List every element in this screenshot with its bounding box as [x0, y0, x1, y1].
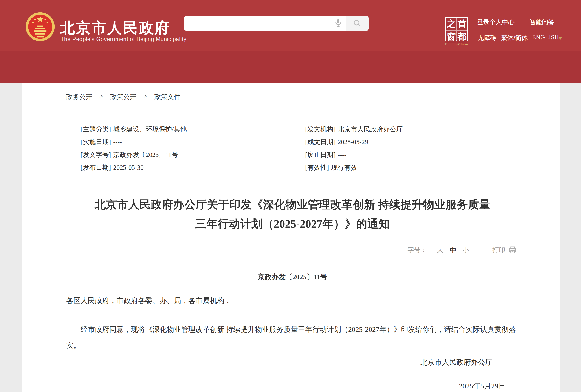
meta-value: 2025-05-30: [113, 164, 144, 171]
meta-row-repeal-date: [废止日期]----: [305, 148, 519, 161]
search-input[interactable]: [184, 16, 346, 30]
document-meta-box: [主题分类]城乡建设、环境保护/其他 [实施日期]---- [发文字号]京政办发…: [66, 108, 519, 183]
font-size-label: 字号：: [408, 246, 427, 254]
breadcrumb-separator: >: [100, 92, 103, 102]
national-emblem-icon: [25, 12, 55, 42]
meta-label: [发文字号]: [80, 151, 111, 158]
breadcrumb-policy-files[interactable]: 政策文件: [154, 92, 180, 102]
meta-row-issuing-org: [发文机构]北京市人民政府办公厅: [305, 123, 519, 136]
voice-search-button[interactable]: [333, 18, 344, 29]
meta-label: [实施日期]: [80, 138, 111, 146]
site-header: 北京市人民政府 The People's Government of Beiji…: [0, 0, 581, 51]
body-paragraph: 经市政府同意，现将《深化物业管理改革创新 持续提升物业服务质量三年行动计划（20…: [66, 322, 519, 354]
signature-date: 2025年5月29日: [459, 381, 506, 391]
breadcrumb-policy-open[interactable]: 政策公开: [110, 92, 136, 102]
meta-label: [成文日期]: [305, 138, 336, 146]
meta-row-doc-number: [发文字号]京政办发〔2025〕11号: [80, 148, 305, 161]
login-link[interactable]: 登录个人中心: [477, 18, 514, 26]
meta-value: 现行有效: [331, 164, 357, 171]
addressee-line: 各区人民政府，市政府各委、办、局，各市属机构：: [66, 296, 232, 306]
signature-organization: 北京市人民政府办公厅: [420, 358, 492, 367]
meta-label: [主题分类]: [80, 126, 111, 133]
document-number: 京政办发〔2025〕11号: [66, 272, 518, 282]
meta-row-validity: [有效性]现行有效: [305, 161, 519, 174]
seal-caption: Beijing-China: [444, 42, 469, 46]
meta-label: [废止日期]: [305, 151, 336, 158]
seal-char: 都: [457, 30, 467, 43]
smart-qa-link[interactable]: 智能问答: [529, 18, 554, 26]
meta-row-implement-date: [实施日期]----: [80, 136, 305, 148]
seal-char: 窗: [446, 30, 456, 43]
meta-value: 京政办发〔2025〕11号: [113, 151, 178, 158]
page-title: 北京市人民政府办公厅关于印发《深化物业管理改革创新 持续提升物业服务质量 三年行…: [66, 195, 518, 234]
search-button[interactable]: [346, 16, 369, 30]
site-title[interactable]: 北京市人民政府: [60, 18, 170, 38]
english-link[interactable]: ENGLISH: [532, 34, 559, 41]
article-controls: 字号： 大 中 小 打印: [408, 246, 517, 254]
meta-label: [发布日期]: [80, 164, 111, 171]
breadcrumb: 政务公开 > 政策公开 > 政策文件: [66, 92, 180, 102]
meta-row-topic: [主题分类]城乡建设、环境保护/其他: [80, 123, 305, 136]
site-subtitle: The People's Government of Beijing Munic…: [60, 36, 186, 42]
magnifier-icon: [352, 18, 362, 28]
english-dropdown-icon[interactable]: [558, 37, 562, 40]
meta-label: [有效性]: [305, 164, 329, 171]
print-label: 打印: [492, 246, 505, 254]
traditional-simplified-toggle[interactable]: 繁体/简体: [501, 34, 528, 42]
accessibility-link[interactable]: 无障碍: [478, 34, 496, 42]
page-title-line1: 北京市人民政府办公厅关于印发《深化物业管理改革创新 持续提升物业服务质量: [66, 195, 518, 214]
main-nav: 要闻动态 政务公开 政务服务 政策兑现 政民互动 人文北京: [0, 51, 581, 82]
meta-value: ----: [338, 151, 346, 158]
font-size-small-button[interactable]: 小: [462, 246, 469, 254]
search-bar: [184, 16, 369, 30]
capital-window-logo[interactable]: 之 首 窗 都: [446, 16, 468, 41]
breadcrumb-gov-open[interactable]: 政务公开: [66, 92, 92, 102]
meta-label: [发文机构]: [305, 126, 336, 133]
meta-value: 2025-05-29: [338, 138, 368, 146]
seal-char: 首: [457, 18, 467, 30]
meta-value: 北京市人民政府办公厅: [338, 126, 403, 133]
font-size-large-button[interactable]: 大: [437, 246, 444, 254]
meta-left-column: [主题分类]城乡建设、环境保护/其他 [实施日期]---- [发文字号]京政办发…: [80, 123, 305, 183]
breadcrumb-separator: >: [144, 92, 147, 102]
printer-icon: [508, 246, 517, 254]
microphone-icon: [333, 18, 343, 28]
meta-right-column: [发文机构]北京市人民政府办公厅 [成文日期]2025-05-29 [废止日期]…: [305, 123, 519, 183]
content-card: 政务公开 > 政策公开 > 政策文件 [主题分类]城乡建设、环境保护/其他 [实…: [22, 82, 560, 392]
seal-char: 之: [446, 18, 456, 30]
meta-row-written-date: [成文日期]2025-05-29: [305, 136, 519, 148]
meta-row-publish-date: [发布日期]2025-05-30: [80, 161, 305, 174]
page-title-line2: 三年行动计划（2025-2027年）》的通知: [66, 214, 518, 234]
font-size-medium-button[interactable]: 中: [450, 246, 456, 254]
meta-value: 城乡建设、环境保护/其他: [113, 126, 186, 133]
print-button[interactable]: 打印: [492, 246, 517, 254]
meta-value: ----: [113, 138, 122, 146]
